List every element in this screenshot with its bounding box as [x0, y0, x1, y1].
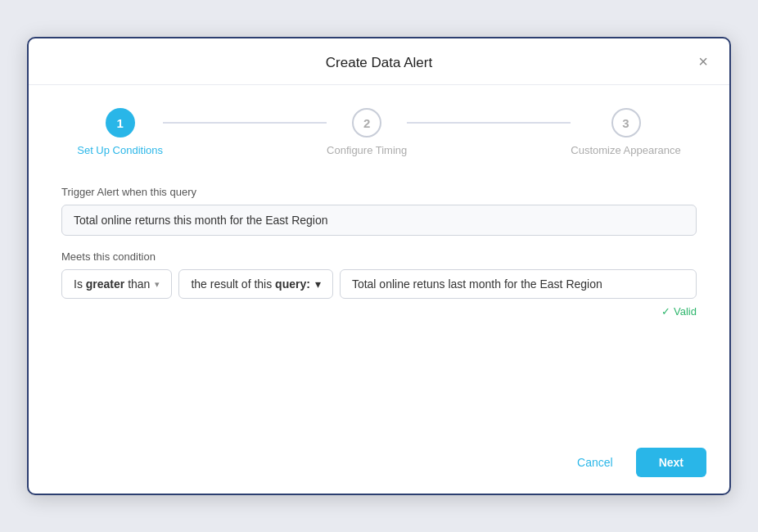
modal-header: Create Data Alert × — [29, 38, 729, 85]
step-1-circle: 1 — [106, 108, 135, 138]
condition-row: Is greater than ▾ the result of this que… — [61, 269, 697, 299]
query-input[interactable] — [61, 205, 697, 236]
step-line-1-2 — [163, 122, 327, 124]
step-2-label: Configure Timing — [327, 144, 407, 156]
cancel-button[interactable]: Cancel — [564, 449, 626, 476]
condition-operator-select[interactable]: Is greater than ▾ — [61, 269, 172, 299]
step-1: 1 Set Up Conditions — [77, 108, 163, 156]
chevron-down-icon: ▾ — [155, 279, 160, 290]
step-2: 2 Configure Timing — [327, 108, 407, 156]
trigger-query-section: Trigger Alert when this query — [61, 186, 697, 236]
modal-body: 1 Set Up Conditions 2 Configure Timing 3 — [29, 85, 729, 435]
trigger-label: Trigger Alert when this query — [61, 186, 697, 198]
step-line-2-3 — [407, 122, 571, 124]
modal-footer: Cancel Next — [29, 435, 729, 494]
condition-query-type-select[interactable]: the result of this query: ▾ — [178, 269, 333, 299]
modal-title: Create Data Alert — [326, 55, 432, 71]
check-icon: ✓ — [661, 305, 670, 318]
condition-query-value: Total online retuns last month for the E… — [340, 269, 697, 299]
chevron-down-icon-2: ▾ — [315, 277, 321, 291]
create-data-alert-modal: Create Data Alert × 1 Set Up Conditions … — [27, 37, 731, 495]
valid-row: ✓Valid — [61, 305, 697, 318]
step-2-circle: 2 — [352, 108, 381, 138]
condition-section: Meets this condition Is greater than ▾ t… — [61, 250, 697, 318]
step-3: 3 Customize Appearance — [571, 108, 680, 156]
modal-wrapper: Create Data Alert × 1 Set Up Conditions … — [0, 0, 758, 532]
stepper: 1 Set Up Conditions 2 Configure Timing 3 — [61, 108, 697, 156]
close-button[interactable]: × — [693, 52, 713, 71]
step-3-label: Customize Appearance — [571, 144, 680, 156]
step-1-label: Set Up Conditions — [77, 144, 163, 156]
condition-query-type-text: the result of this query: — [191, 277, 310, 291]
step-3-circle: 3 — [611, 108, 641, 138]
next-button[interactable]: Next — [636, 448, 706, 477]
valid-badge: ✓Valid — [661, 305, 697, 318]
condition-label: Meets this condition — [61, 250, 697, 263]
condition-operator-text: Is greater than — [74, 277, 150, 291]
